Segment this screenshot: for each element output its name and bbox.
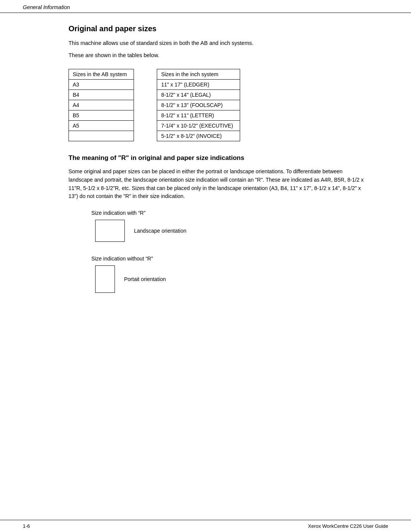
inch-table: Sizes in the inch system 11" x 17" (LEDG…: [157, 69, 240, 141]
inch-row-4: 7-1/4" x 10-1/2" (EXECUTIVE): [157, 120, 240, 131]
portrait-paper-icon: [95, 265, 115, 293]
footer-bar: 1-6 Xerox WorkCentre C226 User Guide: [0, 520, 411, 532]
landscape-orientation-text: Landscape orientation: [134, 228, 186, 234]
landscape-paper-icon: [95, 220, 125, 242]
inch-table-header: Sizes in the inch system: [157, 69, 240, 79]
intro-text-2: These are shown in the tables below.: [68, 51, 365, 60]
inch-row-1: 8-1/2" x 14" (LEGAL): [157, 89, 240, 100]
portrait-diagram: Portait orientation: [95, 265, 365, 293]
ab-table: Sizes in the AB system A3 B4 A4 B5 A5: [68, 69, 134, 141]
main-content: Original and paper sizes This machine al…: [0, 13, 411, 329]
ab-row-1: B4: [69, 89, 134, 100]
section2: The meaning of "R" in original and paper…: [68, 153, 365, 293]
ab-row-3: B5: [69, 110, 134, 120]
inch-row-0: 11" x 17" (LEDGER): [157, 79, 240, 89]
landscape-diagram: Landscape orientation: [95, 220, 365, 242]
ab-row-4: A5: [69, 120, 134, 131]
ab-row-0: A3: [69, 79, 134, 89]
page-container: General Information Original and paper s…: [0, 0, 411, 532]
footer-page: 1-6: [23, 523, 30, 529]
inch-row-2: 8-1/2" x 13" (FOOLSCAP): [157, 100, 240, 110]
section2-title: The meaning of "R" in original and paper…: [68, 153, 365, 163]
section2-body: Some original and paper sizes can be pla…: [68, 168, 365, 201]
section1-title: Original and paper sizes: [68, 24, 365, 33]
inch-row-3: 8-1/2" x 11" (LETTER): [157, 110, 240, 120]
header-bar: General Information: [0, 0, 411, 13]
inch-row-5: 5-1/2" x 8-1/2" (INVOICE): [157, 131, 240, 141]
tables-wrapper: Sizes in the AB system A3 B4 A4 B5 A5 Si…: [68, 69, 365, 141]
ab-row-2: A4: [69, 100, 134, 110]
ab-row-empty: [69, 131, 134, 141]
landscape-label: Size indication with “R”: [91, 210, 365, 216]
section1: Original and paper sizes This machine al…: [68, 24, 365, 141]
portrait-orientation-text: Portait orientation: [124, 276, 166, 282]
portrait-label: Size indication without “R”: [91, 256, 365, 262]
footer-title: Xerox WorkCentre C226 User Guide: [308, 523, 388, 529]
intro-text-1: This machine allows use of standard size…: [68, 39, 365, 48]
portrait-block: Size indication without “R” Portait orie…: [68, 256, 365, 293]
landscape-block: Size indication with “R” Landscape orien…: [68, 210, 365, 242]
header-label: General Information: [23, 4, 70, 10]
ab-table-header: Sizes in the AB system: [69, 69, 134, 79]
